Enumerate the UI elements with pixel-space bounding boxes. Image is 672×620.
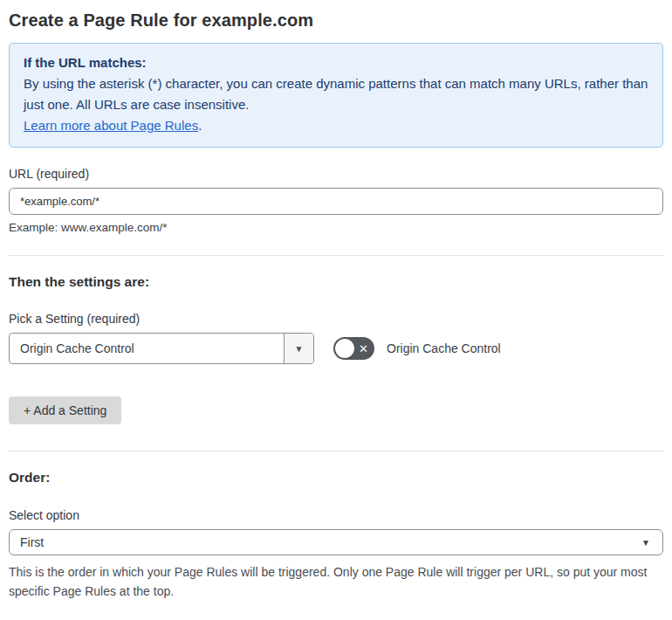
add-setting-button[interactable]: + Add a Setting bbox=[9, 396, 121, 424]
toggle-label: Origin Cache Control bbox=[387, 341, 501, 355]
link-period: . bbox=[198, 118, 202, 133]
setting-select-arrow-button[interactable]: ▼ bbox=[284, 334, 313, 363]
order-help-text: This is the order in which your Page Rul… bbox=[9, 562, 663, 601]
page-title: Create a Page Rule for example.com bbox=[9, 10, 663, 31]
order-section-heading: Order: bbox=[9, 470, 663, 486]
setting-select[interactable]: Origin Cache Control ▼ bbox=[9, 333, 314, 364]
learn-more-link[interactable]: Learn more about Page Rules bbox=[24, 118, 198, 133]
url-example-text: Example: www.example.com/* bbox=[9, 221, 663, 234]
pick-setting-label: Pick a Setting (required) bbox=[9, 312, 663, 326]
divider bbox=[9, 451, 663, 451]
url-input[interactable] bbox=[9, 188, 663, 215]
settings-section-heading: Then the settings are: bbox=[9, 274, 663, 290]
url-label: URL (required) bbox=[9, 167, 663, 181]
create-page-rule-form: Create a Page Rule for example.com If th… bbox=[0, 10, 672, 620]
order-select-value: First bbox=[20, 535, 44, 549]
chevron-down-icon: ▼ bbox=[295, 344, 304, 354]
order-select[interactable]: First ▼ bbox=[9, 529, 663, 555]
toggle-off-x-icon: ✕ bbox=[359, 343, 368, 355]
origin-cache-control-toggle[interactable]: ✕ bbox=[333, 337, 374, 360]
info-box-link-line: Learn more about Page Rules. bbox=[24, 115, 648, 136]
toggle-knob bbox=[335, 339, 354, 358]
info-box-body: By using the asterisk (*) character, you… bbox=[24, 73, 648, 115]
url-match-info-box: If the URL matches: By using the asteris… bbox=[9, 43, 663, 148]
setting-row: Origin Cache Control ▼ ✕ Origin Cache Co… bbox=[9, 333, 663, 364]
divider bbox=[9, 255, 663, 256]
order-select-label: Select option bbox=[9, 508, 663, 522]
info-box-heading: If the URL matches: bbox=[24, 52, 648, 73]
chevron-down-icon: ▼ bbox=[641, 538, 650, 548]
setting-select-value: Origin Cache Control bbox=[10, 334, 284, 363]
